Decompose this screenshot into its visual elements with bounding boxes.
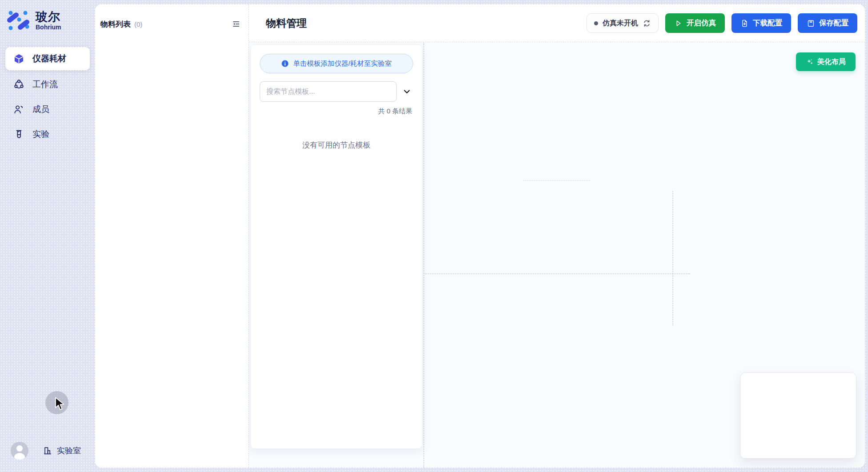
workflow-icon [13,79,24,90]
start-simulation-button[interactable]: 开启仿真 [665,13,725,33]
brand-text: 玻尔 Bohrium [36,10,61,31]
empty-state-text: 没有可用的节点模板 [260,140,413,150]
content-container: 物料列表 (0) 物料管理 仿真未开机 [95,4,865,468]
sidebar-item-label: 成员 [32,104,49,115]
start-simulation-label: 开启仿真 [687,18,716,28]
simulation-status-label: 仿真未开机 [603,19,638,28]
refresh-icon[interactable] [643,19,651,28]
search-row [260,81,413,102]
page-title: 物料管理 [266,16,307,30]
play-icon [674,19,683,28]
save-config-label: 保存配置 [819,18,848,28]
canvas-guide-vertical-left [423,43,424,468]
node-template-panel: 单击模板添加仪器/耗材至实验室 共 0 条结果 没有可用的节点模板 [250,44,422,449]
beautify-layout-label: 美化布局 [817,57,846,67]
avatar[interactable] [11,442,28,460]
main-header: 物料管理 仿真未开机 开启仿真 [249,4,865,42]
app-root: { "brand": { "name": "玻尔", "subtitle": "… [0,0,868,472]
minimap-panel[interactable] [740,372,856,459]
sidebar-item-label: 仪器耗材 [32,53,66,64]
material-list-panel: 物料列表 (0) [95,4,249,468]
lab-switcher[interactable]: 实验室 [43,445,81,456]
bohrium-logo-icon [7,9,30,32]
download-config-button[interactable]: 下载配置 [731,13,791,33]
info-banner-text: 单击模板添加仪器/耗材至实验室 [293,59,391,68]
sidebar-item-label: 工作流 [32,79,58,90]
chevron-down-icon [402,87,411,96]
sidebar-user-section: 实验室 [0,442,95,460]
sidebar-item-instruments[interactable]: 仪器耗材 [5,47,90,70]
canvas-guide-horizontal-faint [523,180,590,181]
sidebar-nav: 仪器耗材 工作流 成员 [0,47,95,147]
sidebar-item-workflow[interactable]: 工作流 [0,72,95,97]
result-count: 共 0 条结果 [260,107,413,116]
material-list-title: 物料列表 [100,19,131,29]
cube-icon [13,53,24,64]
sidebar-item-label: 实验 [32,128,49,140]
canvas-guide-horizontal [423,273,690,274]
collapse-panel-button[interactable] [231,19,241,29]
brand: 玻尔 Bohrium [0,0,95,32]
lab-label: 实验室 [57,445,81,456]
file-download-icon [740,19,749,28]
brand-name: 玻尔 [36,10,61,24]
save-config-button[interactable]: 保存配置 [798,13,857,33]
sparkles-icon [806,58,814,66]
info-icon [281,60,289,68]
material-list-header: 物料列表 (0) [95,4,249,30]
brand-subtitle: Bohrium [36,24,61,31]
mouse-cursor [54,397,66,412]
simulation-status-pill: 仿真未开机 [587,13,659,33]
members-icon [13,104,24,115]
search-input[interactable] [260,81,397,102]
material-list-count: (0) [134,20,142,28]
menu-fold-icon [232,20,241,28]
sidebar-item-experiments[interactable]: 实验 [0,122,95,147]
status-dot-icon [594,21,598,25]
canvas-guide-vertical-right [672,191,673,325]
bookmark-save-icon [807,19,815,28]
sidebar-item-members[interactable]: 成员 [0,97,95,122]
expand-templates-button[interactable] [401,85,413,98]
beautify-layout-button[interactable]: 美化布局 [796,52,856,71]
download-config-label: 下载配置 [753,18,782,28]
header-actions: 仿真未开机 开启仿真 [587,13,857,33]
building-icon [43,446,52,456]
experiment-icon [13,129,24,140]
person-icon [11,442,28,460]
info-banner: 单击模板添加仪器/耗材至实验室 [260,54,413,73]
